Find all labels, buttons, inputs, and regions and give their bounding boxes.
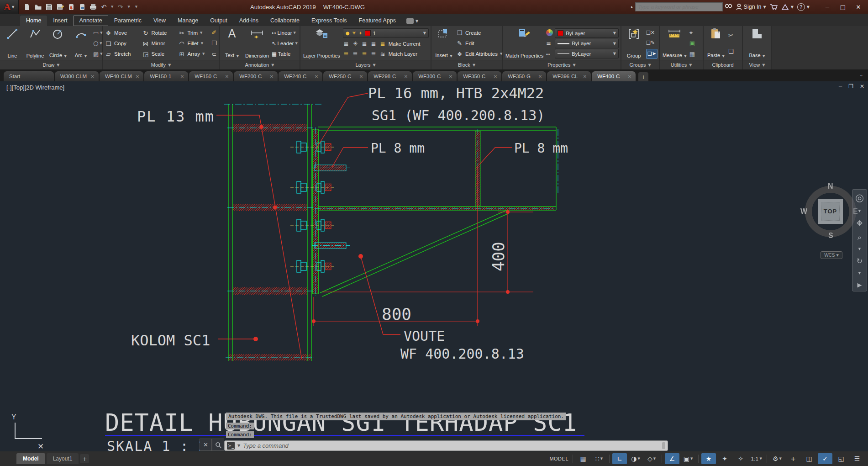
save-mobile-icon[interactable] (67, 3, 75, 11)
linetype-list-icon[interactable]: ┅ (546, 49, 550, 58)
trim-button[interactable]: ✂Trim▼ (178, 28, 210, 37)
file-tab-wf250-c[interactable]: WF250-C✕ (323, 71, 367, 81)
close-tab-icon[interactable]: ✕ (315, 74, 318, 79)
viewport-controls-label[interactable]: [-][Top][2D Wireframe] (6, 84, 64, 91)
copy-clip-icon[interactable]: ❏ (728, 47, 734, 56)
panel-label-block[interactable]: Block▼ (431, 60, 502, 69)
copy-button[interactable]: ❏Copy (105, 39, 136, 48)
close-tab-icon[interactable]: ✕ (91, 74, 95, 79)
close-tab-icon[interactable]: ✕ (136, 74, 139, 79)
quick-select-icon[interactable]: ⌖ (689, 28, 693, 37)
chevron-down-icon[interactable]: ▼ (858, 248, 861, 251)
close-tab-icon[interactable]: ✕ (404, 74, 408, 79)
measure-button[interactable]: Measure ▼ (662, 27, 688, 59)
help-button[interactable]: ?▼ (797, 3, 810, 11)
arc-button[interactable]: Arc ▼ (70, 27, 91, 59)
match-layer-button[interactable]: ≣≣≣≣≋Match Layer (343, 49, 429, 58)
file-tab-wf40-clm[interactable]: WF40-CLM✕ (100, 71, 143, 81)
close-tab-icon[interactable]: ✕ (583, 74, 587, 79)
file-tab-wf400-c[interactable]: WF400-C✕ (592, 71, 636, 81)
command-customize-icon[interactable]: ≻_ (227, 442, 235, 450)
ribbon-tab-insert[interactable]: Insert (47, 16, 73, 26)
ribbon-display-toggle[interactable]: ▼ (406, 18, 418, 26)
mirror-button[interactable]: ⋈Mirror (142, 39, 172, 48)
object-snap-tracking-icon[interactable]: ∠ (665, 453, 679, 464)
annotation-monitor-icon[interactable]: + (786, 453, 800, 464)
panel-label-layers[interactable]: Layers▼ (300, 60, 431, 69)
drawing-canvas[interactable]: PL 13 mm PL 16 mm, HTB 2x4M22 SG1 (WF 40… (0, 81, 868, 451)
quick-calc-icon[interactable]: ▦ (689, 49, 695, 58)
annotation-people-icon[interactable]: ✧ (733, 453, 748, 464)
viewcube-top-face[interactable]: TOP (818, 199, 843, 224)
undo-dropdown-icon[interactable]: ▼ (111, 5, 113, 9)
close-button[interactable]: ✕ (851, 4, 866, 11)
object-color-combo[interactable]: ByLayer▼ (555, 28, 619, 38)
search-icon[interactable] (725, 3, 732, 11)
save-icon[interactable] (45, 3, 53, 11)
doc-close-button[interactable]: ✕ (860, 83, 864, 90)
linear-button[interactable]: ↔Linear▼ (272, 28, 296, 37)
overkill-button[interactable]: ⊂ (211, 49, 216, 58)
new-drawing-tab-button[interactable]: + (638, 72, 648, 81)
color-wheel-icon[interactable] (546, 28, 553, 37)
open-folder-icon[interactable] (34, 3, 42, 11)
command-line[interactable]: ≻_ ▼ Type a command (224, 440, 668, 451)
chevron-down-icon[interactable]: ▼ (858, 210, 861, 213)
match-properties-button[interactable]: Match Properties (505, 27, 544, 59)
edit-attributes-button[interactable]: ❖Edit Attributes▼ (456, 49, 502, 58)
annotation-visibility-icon[interactable]: ★ (701, 453, 716, 464)
file-tab-wf150-c[interactable]: WF150-C✕ (189, 71, 233, 81)
panel-label-draw[interactable]: Draw▼ (0, 60, 102, 69)
orbit-icon[interactable]: ↻ (857, 258, 863, 265)
ortho-mode-icon[interactable]: ∟ (612, 453, 627, 464)
close-tab-icon[interactable]: ✕ (538, 74, 542, 79)
ribbon-tab-manage[interactable]: Manage (172, 16, 204, 26)
panel-label-view[interactable]: View▼ (743, 60, 771, 69)
viewcube-west[interactable]: W (800, 207, 807, 216)
close-tab-icon[interactable]: ✕ (270, 74, 274, 79)
close-tab-icon[interactable]: ✕ (628, 74, 631, 79)
file-tab-wf396-cl[interactable]: WF396-CL✕ (547, 71, 591, 81)
graphics-performance-icon[interactable]: ✓ (818, 453, 832, 464)
rectangle-button[interactable]: ▭▼ (93, 28, 103, 37)
navigation-wheel-icon[interactable]: ◎ (855, 193, 864, 203)
panel-label-properties[interactable]: Properties▼ (503, 60, 621, 69)
viewcube-south[interactable]: S (828, 232, 833, 240)
close-tab-icon[interactable]: ✕ (494, 74, 497, 79)
ungroup-icon[interactable]: ❑✕ (646, 28, 655, 37)
polyline-button[interactable]: Polyline (25, 27, 46, 59)
search-collapse-icon[interactable]: ▸ (631, 5, 633, 9)
cursor-zoom-icon[interactable] (212, 439, 224, 451)
file-tab-start[interactable]: Start (4, 71, 54, 81)
wcs-dropdown[interactable]: WCS▼ (821, 251, 842, 259)
layout1-tab[interactable]: Layout1 (47, 453, 79, 464)
a360-icon[interactable]: ▼ (781, 4, 794, 11)
close-tab-icon[interactable]: ✕ (225, 74, 229, 79)
command-input[interactable]: Type a command (243, 442, 288, 449)
fillet-button[interactable]: ◠Fillet▼ (178, 39, 210, 48)
cad-drawing[interactable]: PL 13 mm PL 16 mm, HTB 2x4M22 SG1 (WF 40… (0, 81, 868, 451)
grid-display-icon[interactable]: ▦ (576, 453, 590, 464)
close-tab-icon[interactable]: ✕ (180, 74, 184, 79)
minimize-button[interactable]: ─ (820, 4, 835, 11)
file-tab-wf200-c[interactable]: WF200-C✕ (234, 71, 278, 81)
show-motion-icon[interactable]: ▶ (857, 282, 862, 288)
doc-minimize-button[interactable]: ─ (839, 83, 842, 90)
lineweight-combo[interactable]: ByLayer▼ (555, 39, 619, 48)
isolate-objects-icon[interactable]: ◫ (802, 453, 816, 464)
polar-tracking-icon[interactable]: ◑▼ (628, 453, 643, 464)
line-button[interactable]: Line (2, 27, 23, 59)
close-tab-icon[interactable]: ✕ (359, 74, 363, 79)
file-tab-wf150-1[interactable]: WF150-1✕ (144, 71, 188, 81)
select-similar-icon[interactable]: ▣ (689, 39, 695, 48)
model-tab[interactable]: Model (16, 453, 45, 464)
redo-dropdown-icon[interactable]: ▼ (127, 5, 130, 9)
customization-icon[interactable]: ☰ (850, 453, 864, 464)
ribbon-tab-express-tools[interactable]: Express Tools (305, 16, 353, 26)
dimension-button[interactable]: Dimension (244, 27, 270, 59)
file-tab-wf298-c[interactable]: WF298-C✕ (368, 71, 412, 81)
zoom-extents-icon[interactable]: ⌕ (857, 234, 862, 241)
leader-button[interactable]: ↖Leader▼ (272, 39, 298, 48)
paste-button[interactable]: Paste ▼ (705, 27, 726, 59)
chevron-down-icon[interactable]: ▼ (237, 444, 240, 448)
